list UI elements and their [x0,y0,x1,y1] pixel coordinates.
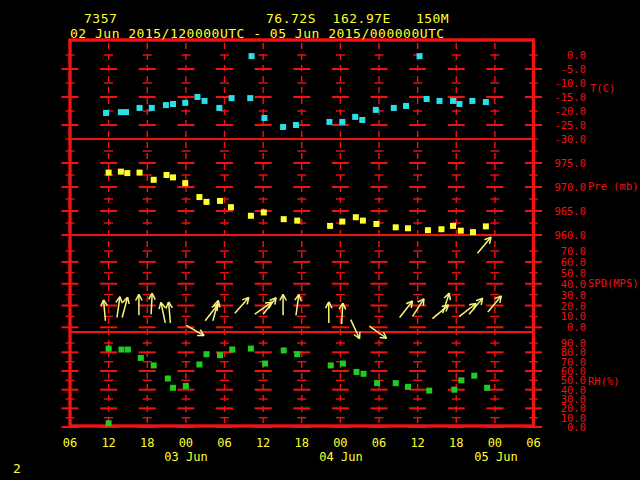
meteogram-screen: 7357 76.72S 162.97E 150M 02 Jun 2015/120… [0,0,640,480]
y-tick-label-temperature: -15.0 [540,92,586,103]
y-tick-label-temperature: -10.0 [540,78,586,89]
y-tick-label-wind: 30.0 [540,290,586,301]
x-tick-label: 18 [286,436,318,450]
y-tick-label-rh: 0.0 [540,422,586,433]
y-tick-label-pressure: 970.0 [540,182,586,193]
x-tick-label: 06 [54,436,86,450]
y-tick-label-wind: 0.0 [540,322,586,333]
x-tick-label: 18 [131,436,163,450]
y-tick-label-pressure: 965.0 [540,206,586,217]
x-tick-label: 00 [324,436,356,450]
x-tick-label: 12 [402,436,434,450]
x-tick-label: 06 [363,436,395,450]
axis-unit-pressure: Pre (mb) [588,180,639,192]
time-period: 02 Jun 2015/120000UTC - 05 Jun 2015/0000… [70,26,445,41]
x-tick-label: 12 [247,436,279,450]
y-tick-label-temperature: -20.0 [540,106,586,117]
page-number: 2 [13,461,21,476]
y-tick-label-temperature: 0.0 [540,50,586,61]
station-location: 76.72S 162.97E 150M [266,11,449,26]
y-tick-label-pressure: 960.0 [540,230,586,241]
x-tick-label: 00 [170,436,202,450]
date-label-04jun: 04 Jun [305,450,377,464]
station-id: 7357 [84,11,117,26]
x-tick-label: 06 [209,436,241,450]
axis-unit-windspeed: SPD(MPS) [588,277,639,289]
y-tick-label-temperature: -5.0 [540,64,586,75]
y-tick-label-pressure: 975.0 [540,158,586,169]
x-tick-label: 00 [479,436,511,450]
y-tick-label-temperature: -25.0 [540,120,586,131]
x-tick-label: 06 [518,436,550,450]
axis-unit-temperature: T(C) [590,82,615,94]
axis-unit-humidity: RH(%) [588,375,620,387]
x-tick-label: 12 [93,436,125,450]
date-label-03jun: 03 Jun [150,450,222,464]
x-tick-label: 18 [440,436,472,450]
date-label-05jun: 05 Jun [460,450,532,464]
y-tick-label-temperature: -30.0 [540,134,586,145]
